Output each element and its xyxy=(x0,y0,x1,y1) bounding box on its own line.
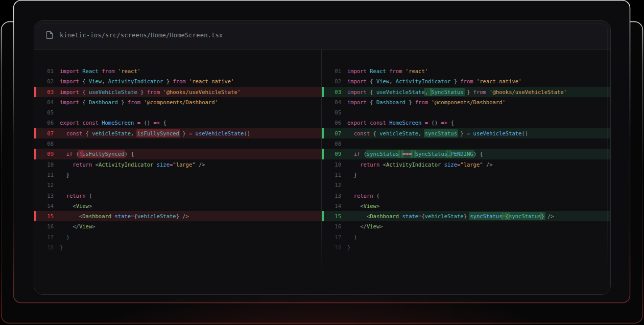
code-line-right-01: 01import React from 'react' xyxy=(322,66,611,76)
code-text: import { useVehicleState, SyncStatus } f… xyxy=(347,87,567,97)
line-number: 17 xyxy=(322,232,341,242)
code-line-right-16: 16 </View> xyxy=(322,221,611,231)
line-number: 01 xyxy=(322,66,341,76)
code-text: const { vehicleState, isFullySynced } = … xyxy=(60,128,250,138)
code-line-right-18: 18} xyxy=(322,242,611,252)
code-line-right-03: 03import { useVehicleState, SyncStatus }… xyxy=(322,87,611,97)
code-line-right-07: 07 const { vehicleState, syncStatus } = … xyxy=(322,128,611,138)
line-number: 14 xyxy=(322,201,341,211)
code-text: <View> xyxy=(60,201,92,211)
line-number: 07 xyxy=(322,128,341,138)
code-line-right-05: 05 xyxy=(322,107,611,118)
line-number: 13 xyxy=(34,191,54,201)
code-line-left-07: 07 const { vehicleState, isFullySynced }… xyxy=(34,128,321,138)
code-line-left-05: 05 xyxy=(34,107,321,118)
code-line-left-15: 15 <Dashboard state={vehicleState} /> xyxy=(34,211,321,221)
added-line-marker xyxy=(322,211,324,221)
code-line-right-12: 12 xyxy=(322,180,611,190)
added-line-marker xyxy=(322,149,324,159)
line-number: 06 xyxy=(322,118,341,128)
code-line-right-11: 11 } xyxy=(322,170,611,180)
line-number: 02 xyxy=(322,76,341,86)
code-text: return <ActivityIndicator size="large" /… xyxy=(347,159,493,170)
code-line-right-04: 04import { Dashboard } from '@components… xyxy=(322,97,611,107)
line-number: 11 xyxy=(322,170,341,180)
code-text: return ( xyxy=(347,191,379,201)
code-text: import { useVehicleState } from '@hooks/… xyxy=(60,87,241,97)
removed-line-marker xyxy=(34,128,36,138)
line-number: 15 xyxy=(34,211,54,221)
removed-line-marker xyxy=(34,149,36,159)
diff-pane-after: 01import React from 'react'02import { Vi… xyxy=(322,50,611,295)
code-line-left-12: 12 xyxy=(34,180,321,190)
line-number: 12 xyxy=(34,180,54,190)
code-text: } xyxy=(347,170,357,180)
code-line-left-11: 11 } xyxy=(34,170,321,180)
code-line-left-18: 18} xyxy=(34,242,321,252)
code-line-right-13: 13 return ( xyxy=(322,191,611,201)
line-number: 15 xyxy=(322,211,341,221)
line-number: 04 xyxy=(322,97,341,107)
removed-line-marker xyxy=(34,211,36,221)
code-line-right-15: 15 <Dashboard state={vehicleState} syncS… xyxy=(322,211,611,221)
code-line-left-13: 13 return ( xyxy=(34,191,321,201)
code-text: if (!isFullySynced) { xyxy=(60,149,134,159)
code-text: } xyxy=(60,242,63,252)
line-number: 03 xyxy=(322,87,341,97)
line-number: 16 xyxy=(322,221,341,231)
code-line-left-04: 04import { Dashboard } from '@components… xyxy=(34,97,321,107)
code-text: </View> xyxy=(347,221,383,231)
code-line-right-09: 09 if (syncStatus === SyncStatus.PENDING… xyxy=(322,149,611,159)
code-text: import { Dashboard } from '@components/D… xyxy=(347,97,506,107)
code-text: } xyxy=(347,242,350,252)
line-number: 05 xyxy=(322,107,341,118)
code-line-right-08: 08 xyxy=(322,138,611,149)
code-line-right-06: 06export const HomeScreen = () => { xyxy=(322,118,611,128)
line-number: 18 xyxy=(322,242,341,252)
line-number: 02 xyxy=(34,76,54,86)
code-text: import React from 'react' xyxy=(60,66,140,76)
code-text: <Dashboard state={vehicleState} /> xyxy=(60,211,189,221)
line-number: 03 xyxy=(34,87,54,97)
code-text: import { View, ActivityIndicator } from … xyxy=(347,76,521,86)
code-line-right-17: 17 ) xyxy=(322,232,611,242)
code-text: const { vehicleState, syncStatus } = use… xyxy=(347,128,528,138)
code-text: return <ActivityIndicator size="large" /… xyxy=(60,159,205,170)
line-number: 08 xyxy=(322,138,341,149)
diff-view: 01import React from 'react'02import { Vi… xyxy=(34,50,610,295)
code-text: export const HomeScreen = () => { xyxy=(60,118,166,128)
code-text: export const HomeScreen = () => { xyxy=(347,118,454,128)
code-line-left-03: 03import { useVehicleState } from '@hook… xyxy=(34,87,321,97)
line-number: 10 xyxy=(34,159,54,170)
removed-line-marker xyxy=(34,87,36,97)
code-text: import { Dashboard } from '@components/D… xyxy=(60,97,218,107)
line-number: 11 xyxy=(34,170,54,180)
code-text: if (syncStatus === SyncStatus.PENDING) { xyxy=(347,149,483,159)
code-line-left-08: 08 xyxy=(34,138,321,149)
code-text: import { View, ActivityIndicator } from … xyxy=(60,76,234,86)
line-number: 17 xyxy=(34,232,54,242)
line-number: 07 xyxy=(34,128,54,138)
line-number: 16 xyxy=(34,221,54,231)
line-number: 13 xyxy=(322,191,341,201)
code-text: import React from 'react' xyxy=(347,66,428,76)
code-line-left-01: 01import React from 'react' xyxy=(34,66,321,76)
added-line-marker xyxy=(322,87,324,97)
code-line-right-10: 10 return <ActivityIndicator size="large… xyxy=(322,159,611,170)
line-number: 04 xyxy=(34,97,54,107)
code-text: ) xyxy=(60,232,69,242)
line-number: 08 xyxy=(34,138,54,149)
code-text: </View> xyxy=(60,221,96,231)
file-icon xyxy=(46,31,53,39)
code-line-right-02: 02import { View, ActivityIndicator } fro… xyxy=(322,76,611,86)
code-text: return ( xyxy=(60,191,92,201)
code-diff-card: kinetic-ios/src/screens/Home/HomeScreen.… xyxy=(34,20,611,295)
code-text: <View> xyxy=(347,201,379,211)
code-line-left-14: 14 <View> xyxy=(34,201,321,211)
code-line-left-06: 06export const HomeScreen = () => { xyxy=(34,118,321,128)
line-number: 12 xyxy=(322,180,341,190)
code-line-left-09: 09 if (!isFullySynced) { xyxy=(34,149,321,159)
file-header[interactable]: kinetic-ios/src/screens/Home/HomeScreen.… xyxy=(34,21,610,50)
line-number: 18 xyxy=(34,242,54,252)
line-number: 09 xyxy=(322,149,341,159)
